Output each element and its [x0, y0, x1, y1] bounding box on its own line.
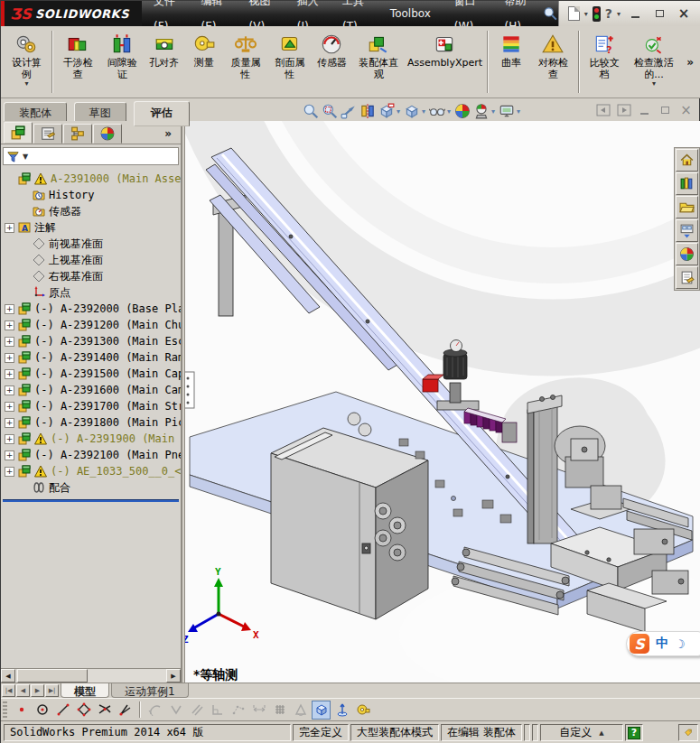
dock-right-icon[interactable] [616, 103, 631, 116]
view-settings-dropdown[interactable]: ▾ [517, 107, 520, 116]
scroll-right-icon[interactable]: ▶ [166, 669, 181, 683]
snap-tangent-icon[interactable] [145, 701, 164, 720]
snap-tape-icon[interactable] [353, 701, 372, 720]
dock-left-icon[interactable] [595, 103, 611, 116]
tree-item[interactable]: + 上视基准面 [1, 252, 181, 268]
panel-tab-displaymanager[interactable] [93, 124, 122, 144]
view-orientation-icon[interactable] [378, 103, 395, 119]
help-dropdown[interactable]: ▾ [617, 10, 621, 18]
apply-scene-dropdown[interactable]: ▾ [491, 107, 495, 116]
expand-toggle[interactable]: + [5, 450, 14, 460]
hide-show-items-icon[interactable] [429, 103, 445, 119]
tree-item[interactable]: + (-) A-2391600 (Main Camer [1, 382, 181, 398]
snap-parallel-icon[interactable] [187, 701, 206, 720]
edit-appearance-icon[interactable] [454, 103, 471, 119]
ime-mode-toggle[interactable]: 中 [656, 636, 668, 652]
tab-scroll-first-icon[interactable]: |◀ [2, 684, 15, 697]
tree-item[interactable]: + (-) A-2391900 (Main Pic [1, 431, 181, 447]
ime-toolbar[interactable]: S 中 ☽ [626, 631, 700, 656]
taskpane-view-palette-icon[interactable] [676, 219, 698, 242]
snap-intersection-icon[interactable] [95, 701, 114, 720]
filter-icon[interactable] [7, 151, 19, 163]
display-style-icon[interactable] [404, 103, 420, 119]
expand-toggle[interactable]: + [5, 402, 14, 412]
hide-show-items-dropdown[interactable]: ▾ [447, 107, 451, 116]
display-style-dropdown[interactable]: ▾ [422, 107, 425, 116]
tab-scroll-prev-icon[interactable]: ◀ [16, 684, 30, 697]
toolbar-button-curvature[interactable]: 曲率 ▾ [491, 28, 531, 96]
tree-item[interactable]: + (-) A-2391700 (Main Strip [1, 398, 181, 414]
toolbar-button-hole-align[interactable]: 孔对齐 ▾ [145, 28, 184, 96]
new-document-icon[interactable] [568, 6, 580, 21]
view-orientation-dropdown[interactable]: ▾ [397, 107, 400, 116]
tab-motion-study[interactable]: 运动算例1 [111, 683, 189, 698]
toolbar-button-section-properties[interactable]: 剖面属性 ▾ [268, 28, 313, 96]
taskpane-custom-properties-icon[interactable] [676, 266, 698, 289]
tree-item[interactable]: + 前视基准面 [1, 236, 181, 252]
tree-item[interactable]: + (-) AE_1033_500__0_<1> [1, 463, 181, 479]
tree-root-assembly[interactable]: + A-2391000 (Main Assembly) [1, 171, 181, 187]
snap-angle-icon[interactable] [291, 701, 310, 720]
help-icon[interactable]: ? [605, 6, 612, 21]
close-button[interactable]: × [674, 5, 694, 22]
taskpane-home-icon[interactable] [676, 149, 698, 172]
doc-restore-icon[interactable] [658, 103, 673, 116]
minimize-button[interactable] [625, 5, 645, 22]
tree-item[interactable]: + (-) A-2391200 (Main Chute [1, 317, 181, 333]
tree-item[interactable]: + 传感器 [1, 203, 181, 219]
new-document-dropdown[interactable]: ▾ [584, 10, 588, 18]
zoom-fit-icon[interactable] [303, 103, 319, 119]
expand-toggle[interactable]: + [5, 353, 14, 363]
snap-hdim-icon[interactable] [249, 701, 268, 720]
expand-toggle[interactable]: + [5, 467, 14, 477]
rollback-bar[interactable] [3, 499, 179, 502]
ime-moon-icon[interactable]: ☽ [675, 637, 686, 651]
snap-grid-icon[interactable] [270, 701, 289, 720]
taskpane-appearances-icon[interactable] [676, 243, 698, 265]
tree-item[interactable]: + 配合 [1, 479, 181, 496]
toolbar-button-symmetry-check[interactable]: 对称检查 ▾ [531, 28, 575, 96]
performance-monitor-icon[interactable] [593, 6, 601, 22]
snap-chain-icon[interactable] [229, 701, 247, 720]
doc-close-icon[interactable]: × [678, 103, 694, 116]
expand-toggle[interactable]: + [5, 320, 14, 330]
snap-vdim-icon[interactable] [332, 701, 351, 720]
model-scene[interactable]: Y X Z *等轴测 [184, 121, 700, 683]
tree-item[interactable]: + History [1, 187, 181, 203]
toolbar-grip[interactable] [3, 701, 7, 718]
expand-toggle[interactable]: + [5, 418, 14, 428]
ime-logo-icon[interactable]: S [630, 634, 649, 654]
expand-toggle[interactable]: + [5, 304, 14, 314]
toolbar-overflow-chevron[interactable]: » [681, 56, 699, 69]
toolbar-button-design-study[interactable]: 设计算例 ▾ [5, 28, 49, 96]
taskpane-design-library-icon[interactable] [676, 172, 698, 195]
tree-item[interactable]: + (-) A-2391300 (Main Escap [1, 333, 181, 349]
toolbar-button-compare-docs[interactable]: ? 比较文档 ▾ [583, 28, 627, 96]
tab-evaluate[interactable]: 评估 [134, 101, 190, 126]
snap-line-icon[interactable] [53, 701, 72, 720]
tree-item[interactable]: + (-) A-2392000 (Base Plate [1, 301, 181, 317]
expand-toggle[interactable]: + [5, 223, 14, 233]
dropdown-arrow-icon[interactable]: ▾ [652, 80, 656, 88]
status-custom-menu[interactable]: 自定义 ▲ [540, 724, 623, 741]
snap-perpendicular-icon[interactable] [208, 701, 227, 720]
toolbar-button-measure[interactable]: 测量 ▾ [184, 28, 224, 96]
expand-toggle[interactable]: + [5, 337, 14, 347]
toolbar-button-mass-properties[interactable]: 质量属性 ▾ [224, 28, 268, 96]
status-help-button[interactable]: ? [625, 724, 643, 741]
status-tag-icon[interactable] [678, 724, 698, 741]
snap-quadrant-icon[interactable] [74, 701, 93, 720]
toolbar-button-interference-check[interactable]: 干涉检查 ▾ [56, 28, 100, 96]
toolbar-button-assemblyxpert[interactable]: AssemblyXpert ▾ [406, 28, 484, 96]
scroll-thumb[interactable] [17, 669, 88, 683]
snap-midpoint-icon[interactable] [166, 701, 185, 720]
apply-scene-icon[interactable] [473, 103, 490, 119]
section-view-icon[interactable] [359, 103, 376, 119]
expand-toggle[interactable]: + [5, 434, 14, 444]
tree-item[interactable]: + (-) A-2392100 (Main Pneum [1, 447, 181, 463]
zoom-area-icon[interactable] [322, 103, 338, 119]
menu-6[interactable]: Toolbox [378, 1, 443, 26]
snap-nearest-icon[interactable] [116, 701, 135, 720]
doc-minimize-icon[interactable] [637, 103, 652, 116]
expand-toggle[interactable]: + [5, 369, 14, 379]
